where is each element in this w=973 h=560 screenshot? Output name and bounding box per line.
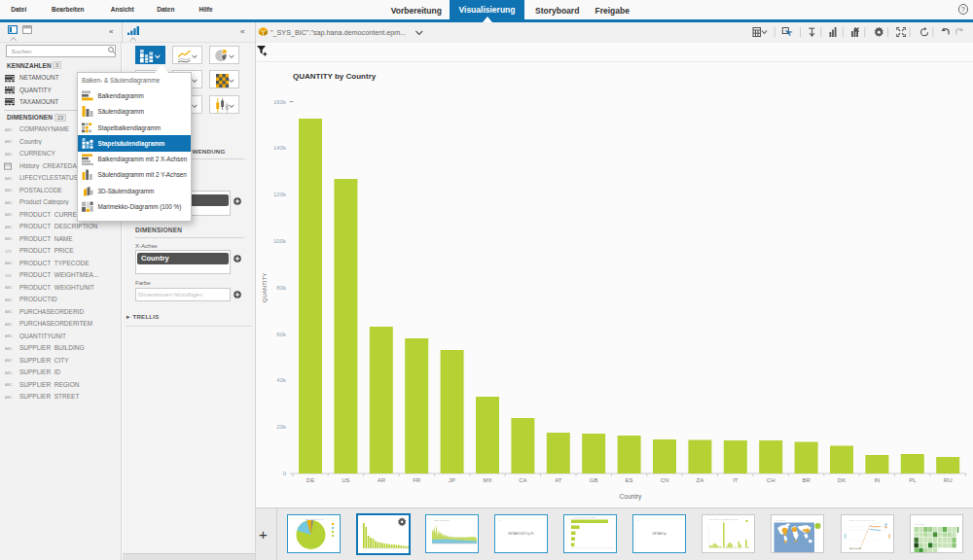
svg-text:ZA: ZA [697,477,704,483]
svg-text:CA: CA [519,477,526,483]
svg-text:MX: MX [484,477,492,483]
svg-text:Country: Country [620,493,643,501]
svg-text:AT: AT [555,477,562,483]
svg-text:QUANTITY: QUANTITY [262,273,268,302]
svg-text:100k: 100k [273,238,287,244]
svg-text:20k: 20k [276,424,287,430]
svg-text:140k: 140k [273,145,287,151]
svg-text:QUANTITY und NETAMOUNT: QUANTITY und NETAMOUNT [709,518,739,520]
svg-text:RU: RU [944,477,953,483]
svg-text:AR: AR [378,477,386,483]
svg-text:IT: IT [733,477,739,483]
svg-text:GB: GB [590,477,598,483]
svg-text:160k: 160k [273,99,287,105]
svg-text:JP: JP [449,477,455,483]
svg-text:QUANTITY by PRO: QUANTITY by PRO [574,516,595,519]
svg-text:CN: CN [661,477,669,483]
svg-text:FR: FR [413,477,421,483]
svg-text:DE: DE [306,477,314,483]
svg-text:DK: DK [838,477,846,483]
svg-text:80k: 80k [276,285,287,291]
svg-text:QUANTITY: QUANTITY [775,519,787,521]
svg-text:NETAMOUNT und QUANT: NETAMOUNT und QUANT [849,519,876,521]
svg-text:120k: 120k [273,192,287,197]
svg-text:CH: CH [767,477,775,483]
svg-text:60k: 60k [276,332,287,337]
svg-text:0: 0 [283,471,287,476]
svg-text:PL: PL [909,477,917,483]
svg-text:QUANTITY by C: QUANTITY by C [305,518,323,521]
svg-text:IN: IN [874,477,880,483]
svg-text:QUANTITY: QUANTITY [915,523,926,525]
svg-text:40k: 40k [276,377,287,383]
svg-text:BR: BR [802,477,811,483]
svg-text:ES: ES [626,477,633,483]
svg-text:NETAMOUNT: NETAMOUNT [434,519,450,522]
svg-text:US: US [342,477,349,483]
